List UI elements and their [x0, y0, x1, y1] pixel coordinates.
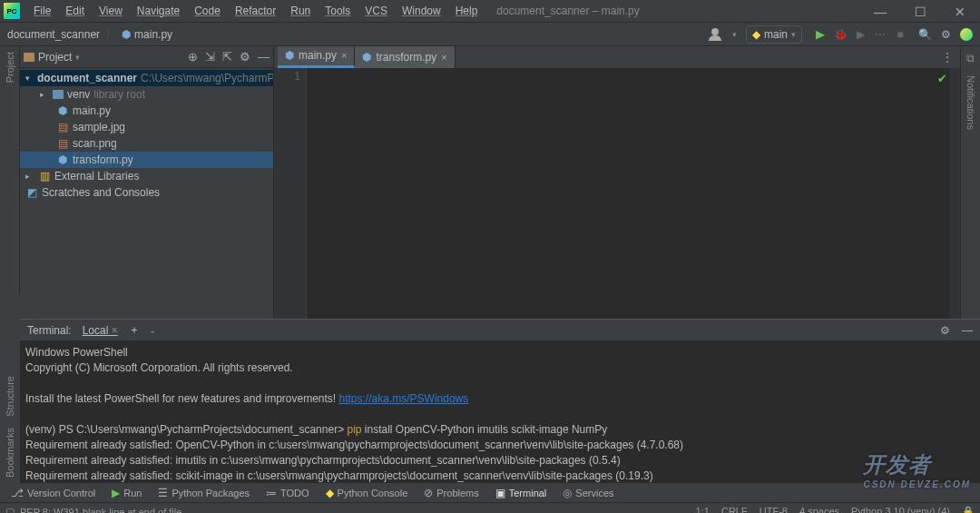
- window-maximize-icon[interactable]: ☐: [900, 0, 940, 23]
- editor-gutter: 1: [274, 68, 307, 319]
- user-icon[interactable]: [709, 28, 723, 41]
- pycharm-logo-icon: PC: [4, 3, 20, 19]
- package-icon: ☰: [158, 487, 168, 499]
- services-icon: ◎: [563, 487, 572, 499]
- tree-item-label: sample.jpg: [73, 121, 125, 133]
- run-button-icon[interactable]: ▶: [811, 25, 829, 44]
- image-file-icon: ▤: [56, 137, 69, 150]
- menu-edit[interactable]: Edit: [59, 3, 91, 19]
- inspection-ok-icon[interactable]: ✔: [937, 72, 947, 85]
- tree-item-note: library root: [93, 88, 145, 101]
- project-tool-window: Project ▾ ⊕ ⇲ ⇱ — ▾ document_scanner C:\…: [20, 46, 274, 319]
- project-stripe-button[interactable]: Project: [5, 52, 15, 83]
- stop-icon[interactable]: ■: [891, 25, 909, 44]
- tree-item-label: main.py: [73, 104, 111, 117]
- terminal-icon: ▣: [495, 487, 505, 499]
- bookmarks-stripe-button[interactable]: Bookmarks: [5, 428, 15, 478]
- run-config-selector[interactable]: ◆ main ▾: [746, 25, 802, 44]
- python-interpreter[interactable]: Python 3.10 (venv) (4): [851, 506, 950, 513]
- tool-terminal[interactable]: ▣Terminal: [490, 487, 553, 499]
- close-tab-icon[interactable]: ×: [112, 324, 118, 337]
- window-close-icon[interactable]: ✕: [940, 0, 980, 23]
- profile-icon[interactable]: ⋯: [871, 25, 889, 44]
- tool-services[interactable]: ◎Services: [557, 487, 619, 499]
- menu-file[interactable]: File: [27, 3, 57, 19]
- tree-item-label: venv: [67, 88, 90, 101]
- menu-code[interactable]: Code: [188, 3, 227, 19]
- tree-project-root[interactable]: ▾ document_scanner C:\Users\mwang\Pychar…: [20, 70, 273, 86]
- tree-scan-png[interactable]: ▤ scan.png: [20, 135, 273, 152]
- menu-tools[interactable]: Tools: [318, 3, 357, 19]
- editor-tab-transform[interactable]: ⬢ transform.py ×: [355, 46, 455, 68]
- structure-stripe-button[interactable]: Structure: [5, 376, 15, 417]
- tree-sample-jpg[interactable]: ▤ sample.jpg: [20, 119, 273, 135]
- settings-gear-icon[interactable]: [240, 50, 250, 64]
- tool-problems[interactable]: ⊘Problems: [418, 487, 484, 499]
- hide-panel-icon[interactable]: —: [258, 50, 270, 64]
- vcs-icon: ⎇: [11, 487, 24, 499]
- search-everywhere-icon[interactable]: 🔍: [918, 28, 932, 41]
- menu-help[interactable]: Help: [449, 3, 485, 19]
- run-icon: ▶: [112, 487, 120, 499]
- menu-refactor[interactable]: Refactor: [229, 3, 282, 19]
- terminal-tab-local[interactable]: Local ×: [81, 322, 120, 339]
- tool-window-toggle-icon[interactable]: ▢: [5, 506, 15, 513]
- collapse-all-icon[interactable]: ⇱: [222, 50, 232, 64]
- terminal-line: Copyright (C) Microsoft Corporation. All…: [25, 360, 975, 376]
- tool-python-packages[interactable]: ☰Python Packages: [152, 487, 255, 499]
- notifications-stripe-button[interactable]: Notifications: [965, 75, 976, 130]
- breadcrumb-project[interactable]: document_scanner: [7, 28, 100, 41]
- tab-options-icon[interactable]: ⋮: [942, 51, 953, 64]
- hide-terminal-icon[interactable]: —: [962, 324, 973, 337]
- tool-todo[interactable]: ≔TODO: [260, 487, 315, 499]
- caret-position[interactable]: 1:1: [696, 506, 710, 513]
- file-encoding[interactable]: UTF-8: [760, 506, 788, 513]
- editor-tab-main[interactable]: ⬢ main.py ×: [278, 46, 355, 68]
- project-panel-title[interactable]: Project: [38, 51, 72, 64]
- editor-tab-label: main.py: [299, 49, 337, 62]
- select-opened-file-icon[interactable]: ⊕: [188, 50, 198, 64]
- terminal-output[interactable]: Windows PowerShell Copyright (C) Microso…: [20, 341, 980, 482]
- new-terminal-icon[interactable]: ＋: [129, 322, 140, 338]
- window-minimize-icon[interactable]: —: [860, 0, 900, 23]
- tree-external-libraries[interactable]: ▸ ▥ External Libraries: [20, 168, 273, 184]
- menu-view[interactable]: View: [93, 3, 129, 19]
- tree-scratches[interactable]: ◩ Scratches and Consoles: [20, 184, 273, 201]
- image-file-icon: ▤: [56, 121, 69, 133]
- line-separator[interactable]: CRLF: [721, 506, 748, 513]
- python-file-icon: ⬢: [122, 28, 131, 41]
- indent-setting[interactable]: 4 spaces: [799, 506, 839, 513]
- python-console-icon: ◆: [326, 487, 334, 499]
- tool-run[interactable]: ▶Run: [106, 487, 147, 499]
- tree-transform-py[interactable]: ⬢ transform.py: [20, 152, 273, 168]
- debug-button-icon[interactable]: 🐞: [831, 25, 849, 44]
- run-coverage-icon[interactable]: ▶: [851, 25, 869, 44]
- tool-python-console[interactable]: ◆Python Console: [320, 487, 414, 499]
- menu-vcs[interactable]: VCS: [358, 3, 394, 19]
- terminal-settings-icon[interactable]: [940, 324, 950, 337]
- notifications-stripe-icon[interactable]: ⧉: [966, 52, 975, 64]
- read-lock-icon[interactable]: 🔒: [962, 506, 975, 513]
- settings-gear-icon[interactable]: [941, 28, 951, 41]
- menu-navigate[interactable]: Navigate: [131, 3, 186, 19]
- tree-main-py[interactable]: ⬢ main.py: [20, 103, 273, 119]
- chevron-down-icon[interactable]: ▾: [75, 53, 80, 62]
- user-menu-arrow-icon[interactable]: ▾: [732, 30, 737, 39]
- terminal-link[interactable]: https://aka.ms/PSWindows: [339, 392, 469, 405]
- tree-venv[interactable]: ▸ venv library root: [20, 86, 273, 103]
- code-with-me-icon[interactable]: [960, 28, 973, 41]
- editor-area: ⬢ main.py × ⬢ transform.py × ⋮ 1 ✔: [274, 46, 960, 319]
- menu-bar: PC File Edit View Navigate Code Refactor…: [0, 0, 980, 23]
- close-tab-icon[interactable]: ×: [441, 52, 446, 63]
- close-tab-icon[interactable]: ×: [341, 50, 347, 61]
- breadcrumb-file-label: main.py: [134, 28, 172, 41]
- menu-window[interactable]: Window: [396, 3, 447, 19]
- terminal-title: Terminal:: [27, 324, 72, 337]
- tool-version-control[interactable]: ⎇Version Control: [5, 487, 101, 499]
- expand-all-icon[interactable]: ⇲: [205, 50, 215, 64]
- breadcrumb-file[interactable]: ⬢ main.py: [122, 28, 172, 41]
- terminal-dropdown-icon[interactable]: ⌄: [149, 325, 156, 335]
- menu-run[interactable]: Run: [284, 3, 317, 19]
- error-stripe: [949, 68, 960, 319]
- code-editor[interactable]: 1 ✔: [274, 68, 960, 319]
